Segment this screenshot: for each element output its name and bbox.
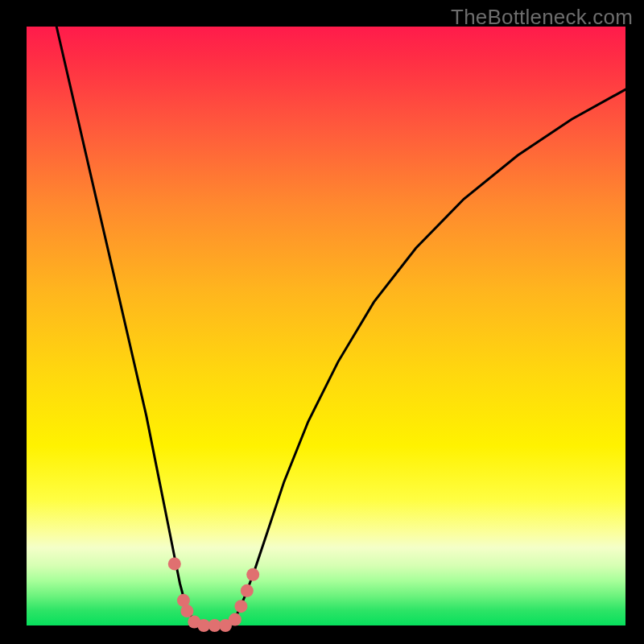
marker-dot	[246, 568, 259, 581]
chart-frame: TheBottleneck.com	[0, 0, 644, 644]
marker-dot	[229, 613, 242, 626]
bottleneck-curve	[56, 27, 625, 625]
marker-dot	[180, 605, 193, 617]
curve-group	[56, 27, 625, 625]
watermark-text: TheBottleneck.com	[451, 5, 633, 30]
marker-group	[168, 557, 259, 632]
chart-svg	[27, 27, 625, 625]
marker-dot	[234, 600, 247, 613]
marker-dot	[241, 584, 254, 597]
marker-dot	[168, 557, 181, 570]
